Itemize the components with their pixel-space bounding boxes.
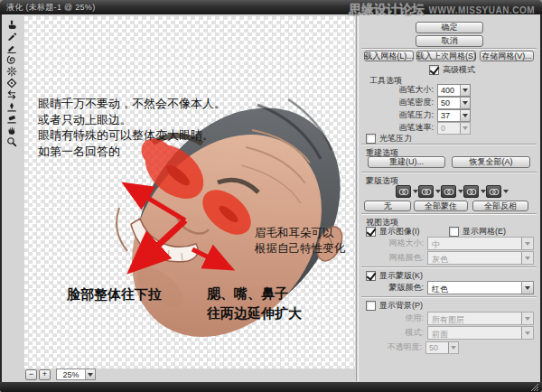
smooth-brush-icon — [6, 42, 17, 53]
zoom-in-button[interactable]: + — [39, 369, 51, 380]
checkbox-unchecked-icon — [366, 134, 376, 144]
zoom-tool-button[interactable] — [2, 135, 22, 147]
resize-grip[interactable] — [528, 383, 539, 391]
mask-replace-selection-button[interactable] — [396, 185, 411, 198]
advanced-mode-checkbox[interactable]: 高级模式 — [429, 64, 475, 76]
brush-rate-stepper: 0 — [437, 122, 471, 135]
mask-color-row: 蒙版颜色: 红色 — [362, 281, 534, 294]
dropdown-arrow-icon — [85, 369, 95, 379]
mask-add-to-selection-button[interactable] — [418, 185, 434, 198]
pucker-tool-button[interactable] — [2, 65, 22, 77]
mask-circles-icon — [466, 188, 477, 196]
mask-invert-selection-button[interactable] — [486, 185, 501, 198]
mask-add-selection-group — [418, 185, 442, 198]
zoom-level-select[interactable]: 25% — [56, 369, 96, 380]
liquify-canvas[interactable]: 眼睛千万不要动，不然会不像本人。 或者只动上眼边。 眼睛有特殊的可以整体变大眼睛… — [24, 16, 355, 369]
separator — [361, 144, 537, 145]
reconstruct-brush-icon — [6, 31, 17, 42]
checkbox-checked-icon — [366, 271, 376, 281]
brush-size-stepper[interactable]: 400 — [437, 84, 471, 97]
reconstruct-button[interactable]: 重建(U)... — [368, 156, 445, 168]
forward-warp-tool-button[interactable] — [2, 18, 22, 30]
dropdown-arrow-icon — [521, 238, 533, 249]
mask-none-button[interactable]: 无 — [364, 201, 411, 211]
dialog-title: 液化 (未标题-1 @ 25%) — [6, 2, 95, 14]
backdrop-opacity-stepper: 50 — [425, 341, 459, 354]
tool-sidebar — [2, 18, 24, 147]
smooth-tool-button[interactable] — [2, 42, 22, 53]
invert-all-button[interactable]: 全部反相 — [472, 201, 528, 211]
mask-circles-icon — [421, 188, 432, 196]
annotation-eyebrows-ears: 眉毛和耳朵可以 根据自己特性变化 — [255, 226, 345, 257]
separator — [361, 296, 537, 298]
reconstruct-tool-button[interactable] — [2, 30, 22, 42]
save-mesh-button[interactable]: 存储网格(V)... — [480, 51, 534, 61]
mask-subtract-selection-group — [441, 185, 464, 198]
mask-color-dropdown[interactable]: 红色 — [427, 281, 534, 294]
dropdown-arrow-icon — [521, 327, 533, 339]
dropdown-arrow-icon — [521, 252, 533, 264]
cancel-button[interactable]: 取消 — [416, 35, 483, 47]
mask-subtract-from-selection-button[interactable] — [441, 185, 456, 198]
bloat-tool-button[interactable] — [2, 77, 22, 89]
push-left-tool-button[interactable] — [2, 89, 22, 100]
mask-options-title: 蒙版选项 — [366, 175, 398, 187]
stepper-arrow-icon — [460, 98, 470, 108]
settings-panel: 确定 取消 载入网格(L)... 载入上次网格(S) 存储网格(V)... 高级… — [359, 14, 539, 381]
load-mesh-button[interactable]: 载入网格(L)... — [364, 51, 414, 61]
liquify-dialog: 液化 (未标题-1 @ 25%) 思缘设计论坛 WWW.MISSYUAN.COM — [0, 0, 542, 392]
zoom-level-value: 25% — [57, 369, 85, 379]
dropdown-arrow-icon — [521, 313, 533, 324]
brush-pressure-row: 画笔压力: 37 — [371, 108, 471, 122]
mask-all-button[interactable]: 全部蒙住 — [414, 201, 468, 211]
hand-tool-button[interactable] — [2, 124, 22, 135]
freeze-mask-tool-button[interactable] — [2, 100, 22, 112]
backdrop-opacity-row: 不透明度: 50 — [362, 341, 459, 354]
magnifier-icon — [6, 136, 17, 147]
bloat-icon — [6, 78, 17, 89]
watermark: 思缘设计论坛 WWW.MISSYUAN.COM — [349, 1, 535, 18]
checkbox-checked-icon — [429, 65, 439, 75]
brush-size-row: 画笔大小: 400 — [371, 83, 471, 97]
twirl-spiral-icon — [6, 54, 17, 65]
freeze-mask-brush-icon — [6, 101, 17, 112]
mask-circles-icon — [398, 188, 409, 196]
brush-pressure-stepper[interactable]: 37 — [437, 109, 471, 122]
push-left-icon — [6, 89, 17, 100]
mesh-color-row: 网格颜色: 灰色 — [362, 251, 534, 265]
backdrop-use-row: 使用: 所有图层 — [362, 312, 534, 325]
thaw-mask-eraser-icon — [6, 113, 17, 124]
stepper-arrow-icon — [460, 123, 470, 134]
thaw-mask-tool-button[interactable] — [2, 112, 22, 124]
watermark-forum-name: 思缘设计论坛 — [349, 2, 425, 16]
mask-replace-selection-group — [396, 185, 419, 198]
separator — [361, 172, 537, 173]
separator — [361, 213, 537, 215]
hand-icon — [6, 125, 17, 135]
mask-option-dropdown-arrow[interactable] — [501, 187, 509, 196]
stepper-arrow-icon — [460, 110, 470, 121]
face-image — [24, 16, 355, 369]
mask-intersect-selection-button[interactable] — [463, 185, 479, 198]
forward-warp-icon — [6, 19, 17, 30]
restore-all-button[interactable]: 恢复全部(A) — [452, 156, 530, 168]
annotation-eyes: 眼睛千万不要动，不然会不像本人。 或者只动上眼边。 眼睛有特殊的可以整体变大眼睛… — [38, 96, 226, 159]
brush-density-stepper[interactable]: 50 — [437, 97, 471, 109]
checkbox-checked-icon — [366, 227, 376, 237]
twirl-clockwise-tool-button[interactable] — [2, 53, 22, 65]
mesh-color-dropdown: 灰色 — [427, 251, 534, 265]
checkbox-unchecked-icon — [449, 227, 459, 237]
zoom-out-button[interactable]: − — [25, 369, 37, 380]
ok-button[interactable]: 确定 — [416, 22, 483, 33]
mask-invert-selection-group — [486, 185, 509, 198]
checkbox-unchecked-icon — [366, 301, 376, 311]
brush-density-row: 画笔密度: 50 — [371, 96, 471, 109]
mask-intersect-selection-group — [463, 185, 487, 198]
mask-circles-icon — [444, 188, 454, 196]
stepper-arrow-icon — [448, 342, 458, 353]
show-backdrop-checkbox[interactable]: 显示背景(P) — [366, 300, 423, 312]
annotation-expand-sides: 腮、嘴、鼻子 往两边延伸扩大 — [207, 284, 302, 323]
separator — [361, 266, 537, 268]
load-last-mesh-button[interactable]: 载入上次网格(S) — [416, 51, 476, 61]
pucker-icon — [6, 66, 17, 77]
